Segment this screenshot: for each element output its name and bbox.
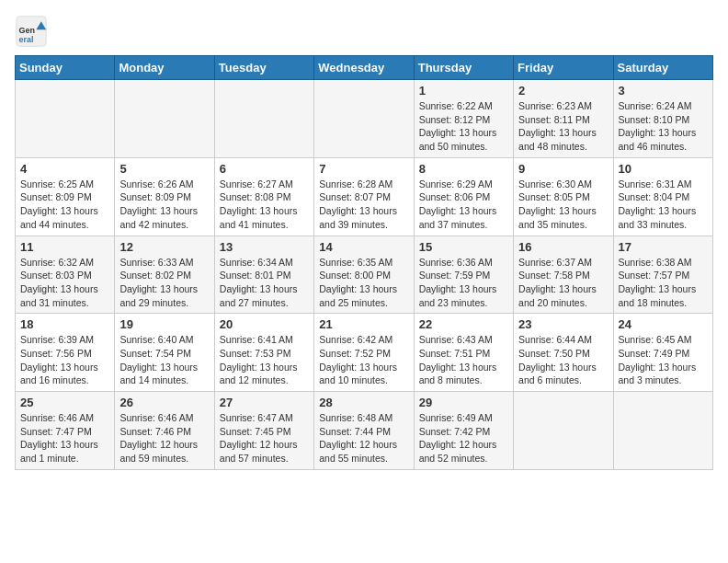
day-info: Sunrise: 6:38 AMSunset: 7:57 PMDaylight:… (619, 256, 708, 310)
weekday-header-row: SundayMondayTuesdayWednesdayThursdayFrid… (16, 56, 713, 80)
calendar-cell: 11Sunrise: 6:32 AMSunset: 8:03 PMDayligh… (16, 236, 115, 314)
day-info: Sunrise: 6:23 AMSunset: 8:11 PMDaylight:… (518, 99, 608, 154)
day-info: Sunrise: 6:40 AMSunset: 7:54 PMDaylight:… (119, 333, 209, 387)
day-number: 18 (20, 317, 109, 331)
day-info: Sunrise: 6:26 AMSunset: 8:09 PMDaylight:… (119, 178, 209, 232)
day-number: 8 (419, 162, 508, 176)
calendar-cell: 23Sunrise: 6:44 AMSunset: 7:50 PMDayligh… (514, 314, 613, 392)
calendar-cell (214, 80, 313, 158)
day-number: 21 (319, 317, 408, 331)
day-info: Sunrise: 6:27 AMSunset: 8:08 PMDaylight:… (220, 178, 309, 232)
calendar-cell: 5Sunrise: 6:26 AMSunset: 8:09 PMDaylight… (115, 157, 214, 236)
day-number: 7 (319, 162, 408, 176)
calendar-table: SundayMondayTuesdayWednesdayThursdayFrid… (15, 55, 713, 470)
page-header: Gen eral (15, 15, 713, 48)
calendar-week-4: 25Sunrise: 6:46 AMSunset: 7:47 PMDayligh… (16, 392, 713, 470)
day-info: Sunrise: 6:35 AMSunset: 8:00 PMDaylight:… (319, 256, 408, 310)
day-info: Sunrise: 6:46 AMSunset: 7:46 PMDaylight:… (119, 411, 209, 465)
calendar-week-3: 18Sunrise: 6:39 AMSunset: 7:56 PMDayligh… (16, 314, 713, 392)
day-info: Sunrise: 6:29 AMSunset: 8:06 PMDaylight:… (419, 178, 508, 232)
calendar-cell (514, 392, 613, 470)
day-info: Sunrise: 6:36 AMSunset: 7:59 PMDaylight:… (419, 256, 508, 310)
day-info: Sunrise: 6:31 AMSunset: 8:04 PMDaylight:… (619, 178, 708, 232)
day-number: 24 (619, 317, 708, 331)
day-info: Sunrise: 6:37 AMSunset: 7:58 PMDaylight:… (518, 256, 608, 310)
calendar-week-0: 1Sunrise: 6:22 AMSunset: 8:12 PMDaylight… (16, 80, 713, 158)
day-info: Sunrise: 6:46 AMSunset: 7:47 PMDaylight:… (20, 411, 109, 465)
calendar-cell: 12Sunrise: 6:33 AMSunset: 8:02 PMDayligh… (115, 236, 214, 314)
logo-icon: Gen eral (15, 15, 48, 48)
day-info: Sunrise: 6:42 AMSunset: 7:52 PMDaylight:… (319, 333, 408, 387)
day-number: 20 (220, 317, 309, 331)
calendar-cell: 21Sunrise: 6:42 AMSunset: 7:52 PMDayligh… (314, 314, 414, 392)
day-info: Sunrise: 6:43 AMSunset: 7:51 PMDaylight:… (419, 333, 508, 387)
calendar-cell: 29Sunrise: 6:49 AMSunset: 7:42 PMDayligh… (414, 392, 513, 470)
day-info: Sunrise: 6:34 AMSunset: 8:01 PMDaylight:… (220, 256, 309, 310)
weekday-monday: Monday (115, 56, 214, 80)
day-number: 6 (220, 162, 309, 176)
day-number: 1 (419, 84, 508, 98)
svg-text:eral: eral (19, 35, 34, 44)
day-info: Sunrise: 6:47 AMSunset: 7:45 PMDaylight:… (220, 411, 309, 465)
calendar-cell (16, 80, 115, 158)
calendar-cell: 17Sunrise: 6:38 AMSunset: 7:57 PMDayligh… (613, 236, 712, 314)
calendar-cell: 28Sunrise: 6:48 AMSunset: 7:44 PMDayligh… (314, 392, 414, 470)
day-info: Sunrise: 6:25 AMSunset: 8:09 PMDaylight:… (20, 178, 109, 232)
day-info: Sunrise: 6:41 AMSunset: 7:53 PMDaylight:… (220, 333, 309, 387)
calendar-cell: 2Sunrise: 6:23 AMSunset: 8:11 PMDaylight… (514, 80, 613, 158)
day-info: Sunrise: 6:45 AMSunset: 7:49 PMDaylight:… (619, 333, 708, 387)
calendar-cell: 1Sunrise: 6:22 AMSunset: 8:12 PMDaylight… (414, 80, 513, 158)
calendar-cell: 13Sunrise: 6:34 AMSunset: 8:01 PMDayligh… (214, 236, 313, 314)
calendar-cell: 15Sunrise: 6:36 AMSunset: 7:59 PMDayligh… (414, 236, 513, 314)
day-number: 14 (319, 240, 408, 254)
calendar-body: 1Sunrise: 6:22 AMSunset: 8:12 PMDaylight… (16, 80, 713, 470)
day-number: 15 (419, 240, 508, 254)
day-info: Sunrise: 6:24 AMSunset: 8:10 PMDaylight:… (619, 99, 708, 154)
calendar-cell: 26Sunrise: 6:46 AMSunset: 7:46 PMDayligh… (115, 392, 214, 470)
day-number: 27 (220, 396, 309, 409)
weekday-wednesday: Wednesday (314, 56, 414, 80)
day-info: Sunrise: 6:39 AMSunset: 7:56 PMDaylight:… (20, 333, 109, 387)
day-number: 28 (319, 396, 408, 409)
day-number: 29 (419, 396, 508, 409)
day-number: 3 (619, 84, 708, 98)
day-number: 23 (518, 317, 608, 331)
day-number: 25 (20, 396, 109, 409)
day-info: Sunrise: 6:28 AMSunset: 8:07 PMDaylight:… (319, 178, 408, 232)
calendar-cell: 22Sunrise: 6:43 AMSunset: 7:51 PMDayligh… (414, 314, 513, 392)
day-number: 11 (20, 240, 109, 254)
day-number: 13 (220, 240, 309, 254)
day-number: 12 (119, 240, 209, 254)
weekday-friday: Friday (514, 56, 613, 80)
calendar-cell: 9Sunrise: 6:30 AMSunset: 8:05 PMDaylight… (514, 157, 613, 236)
day-number: 22 (419, 317, 508, 331)
calendar-cell: 18Sunrise: 6:39 AMSunset: 7:56 PMDayligh… (16, 314, 115, 392)
calendar-week-1: 4Sunrise: 6:25 AMSunset: 8:09 PMDaylight… (16, 157, 713, 236)
day-number: 17 (619, 240, 708, 254)
calendar-week-2: 11Sunrise: 6:32 AMSunset: 8:03 PMDayligh… (16, 236, 713, 314)
weekday-tuesday: Tuesday (214, 56, 313, 80)
calendar-cell: 20Sunrise: 6:41 AMSunset: 7:53 PMDayligh… (214, 314, 313, 392)
day-info: Sunrise: 6:32 AMSunset: 8:03 PMDaylight:… (20, 256, 109, 310)
weekday-thursday: Thursday (414, 56, 513, 80)
day-number: 2 (518, 84, 608, 98)
weekday-sunday: Sunday (16, 56, 115, 80)
calendar-cell (314, 80, 414, 158)
day-number: 26 (119, 396, 209, 409)
calendar-cell (115, 80, 214, 158)
calendar-cell: 25Sunrise: 6:46 AMSunset: 7:47 PMDayligh… (16, 392, 115, 470)
day-number: 5 (119, 162, 209, 176)
logo: Gen eral (15, 15, 51, 48)
calendar-cell: 8Sunrise: 6:29 AMSunset: 8:06 PMDaylight… (414, 157, 513, 236)
weekday-saturday: Saturday (613, 56, 712, 80)
calendar-cell: 24Sunrise: 6:45 AMSunset: 7:49 PMDayligh… (613, 314, 712, 392)
calendar-cell: 16Sunrise: 6:37 AMSunset: 7:58 PMDayligh… (514, 236, 613, 314)
calendar-cell (613, 392, 712, 470)
day-number: 9 (518, 162, 608, 176)
day-number: 19 (119, 317, 209, 331)
calendar-cell: 4Sunrise: 6:25 AMSunset: 8:09 PMDaylight… (16, 157, 115, 236)
calendar-cell: 27Sunrise: 6:47 AMSunset: 7:45 PMDayligh… (214, 392, 313, 470)
day-info: Sunrise: 6:49 AMSunset: 7:42 PMDaylight:… (419, 411, 508, 465)
day-number: 16 (518, 240, 608, 254)
day-info: Sunrise: 6:44 AMSunset: 7:50 PMDaylight:… (518, 333, 608, 387)
